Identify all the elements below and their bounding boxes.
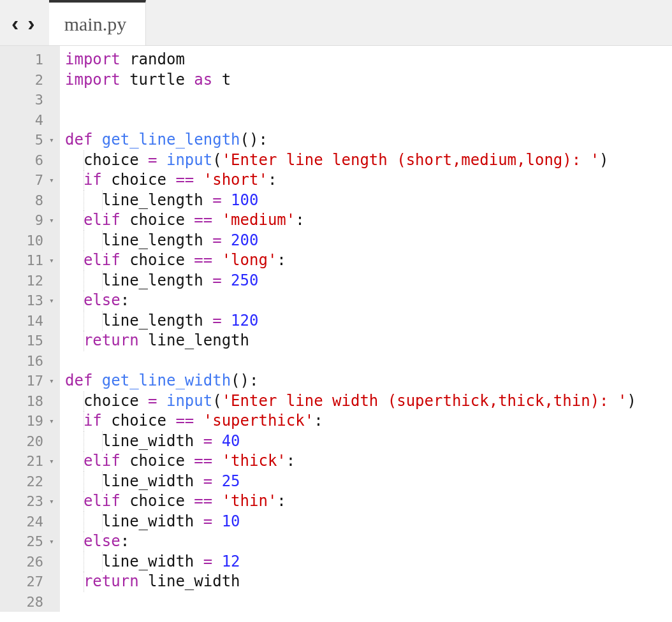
code-token: :	[121, 291, 129, 309]
code-token: line_width	[65, 432, 203, 450]
code-line[interactable]	[65, 592, 636, 612]
code-token: choice	[121, 211, 194, 229]
code-token: :	[277, 492, 286, 510]
code-token: ==	[175, 412, 194, 430]
code-line[interactable]: choice = input('Enter line length (short…	[65, 150, 636, 171]
indent-guide	[84, 472, 84, 492]
code-line[interactable]: line_width = 25	[65, 472, 636, 492]
code-line[interactable]: line_length = 120	[65, 311, 636, 331]
code-token: 10	[222, 512, 240, 530]
code-line[interactable]: if choice == 'short':	[65, 170, 636, 191]
code-line[interactable]: elif choice == 'long':	[65, 250, 636, 271]
indent-guide	[84, 311, 84, 331]
indent-guide	[84, 391, 84, 412]
indent-guide	[84, 572, 84, 592]
code-line[interactable]: line_length = 100	[65, 191, 636, 211]
line-number: 13	[22, 291, 47, 311]
code-token	[65, 492, 84, 510]
fold-icon[interactable]: ▾	[47, 210, 56, 231]
line-number: 25	[22, 532, 47, 552]
code-line[interactable]: line_width = 12	[65, 552, 636, 572]
line-number: 4	[22, 110, 47, 131]
code-token: 250	[231, 271, 258, 289]
gutter-row: 3	[0, 90, 60, 110]
code-token: =	[212, 231, 221, 249]
code-token: :	[121, 532, 129, 550]
code-line[interactable]: line_width = 10	[65, 512, 636, 532]
code-token	[212, 432, 221, 450]
fold-icon[interactable]: ▾	[47, 130, 56, 150]
code-token: elif	[84, 492, 121, 510]
fold-icon[interactable]: ▾	[47, 451, 56, 472]
code-line[interactable]: elif choice == 'medium':	[65, 210, 636, 231]
code-token: as	[194, 71, 212, 89]
indent-guide	[84, 291, 84, 311]
code-line[interactable]: line_length = 200	[65, 231, 636, 251]
code-line[interactable]: line_width = 40	[65, 431, 636, 452]
code-editor[interactable]: 12345▾67▾89▾1011▾1213▾14151617▾1819▾2021…	[0, 46, 672, 612]
indent-guide	[102, 431, 103, 452]
code-token: t	[212, 71, 231, 89]
fold-icon[interactable]: ▾	[47, 411, 56, 431]
code-token: =	[203, 512, 212, 530]
nav-arrows: ‹ ›	[0, 0, 47, 45]
code-line[interactable]: if choice == 'superthick':	[65, 411, 636, 431]
line-number: 14	[22, 311, 47, 331]
code-token: choice	[121, 251, 194, 269]
code-token	[212, 512, 221, 530]
gutter-row: 25▾	[0, 532, 60, 552]
gutter-row: 15	[0, 331, 60, 351]
code-line[interactable]: return line_width	[65, 572, 636, 592]
tab-file[interactable]: main.py	[49, 0, 147, 45]
code-token	[194, 171, 203, 189]
code-token	[212, 251, 221, 269]
fold-icon[interactable]: ▾	[47, 170, 56, 191]
indent-guide	[84, 331, 84, 351]
code-line[interactable]: elif choice == 'thin':	[65, 491, 636, 512]
gutter-row: 16	[0, 351, 60, 372]
indent-guide	[84, 532, 84, 552]
code-line[interactable]: line_length = 250	[65, 271, 636, 291]
fold-icon[interactable]: ▾	[47, 491, 56, 512]
code-token	[65, 452, 84, 470]
gutter-row: 17▾	[0, 371, 60, 391]
line-number: 28	[22, 592, 47, 612]
code-token: def	[65, 131, 92, 148]
code-token	[65, 291, 84, 309]
code-line[interactable]	[65, 110, 636, 131]
gutter-row: 23▾	[0, 491, 60, 512]
fold-icon[interactable]: ▾	[47, 371, 56, 391]
gutter-row: 7▾	[0, 170, 60, 191]
nav-forward-icon[interactable]: ›	[27, 12, 34, 34]
fold-icon[interactable]: ▾	[47, 291, 56, 311]
code-token: 40	[222, 432, 240, 450]
line-number: 7	[22, 170, 47, 191]
code-token: 'medium'	[222, 211, 296, 229]
code-token	[212, 472, 221, 490]
fold-icon[interactable]: ▾	[47, 250, 56, 271]
code-line[interactable]: choice = input('Enter line width (supert…	[65, 391, 636, 412]
code-line[interactable]: def get_line_length():	[65, 130, 636, 150]
code-line[interactable]: return line_length	[65, 331, 636, 351]
code-token	[212, 211, 221, 229]
code-token	[157, 151, 166, 169]
code-area[interactable]: import randomimport turtle as tdef get_l…	[60, 46, 636, 612]
code-token: line_width	[65, 553, 203, 570]
code-line[interactable]	[65, 351, 636, 372]
indent-guide	[84, 552, 84, 572]
code-line[interactable]: else:	[65, 291, 636, 311]
code-line[interactable]: import random	[65, 50, 636, 70]
code-token: choice	[102, 171, 176, 189]
code-line[interactable]: else:	[65, 532, 636, 552]
code-line[interactable]	[65, 90, 636, 110]
code-line[interactable]: elif choice == 'thick':	[65, 451, 636, 472]
nav-back-icon[interactable]: ‹	[11, 12, 18, 34]
code-line[interactable]: import turtle as t	[65, 70, 636, 90]
code-line[interactable]: def get_line_width():	[65, 371, 636, 391]
line-number: 19	[22, 411, 47, 431]
code-token: line_length	[139, 331, 249, 349]
code-token: line_length	[65, 271, 212, 289]
code-token: :	[268, 171, 277, 189]
fold-icon[interactable]: ▾	[47, 532, 56, 552]
indent-guide	[84, 431, 84, 452]
